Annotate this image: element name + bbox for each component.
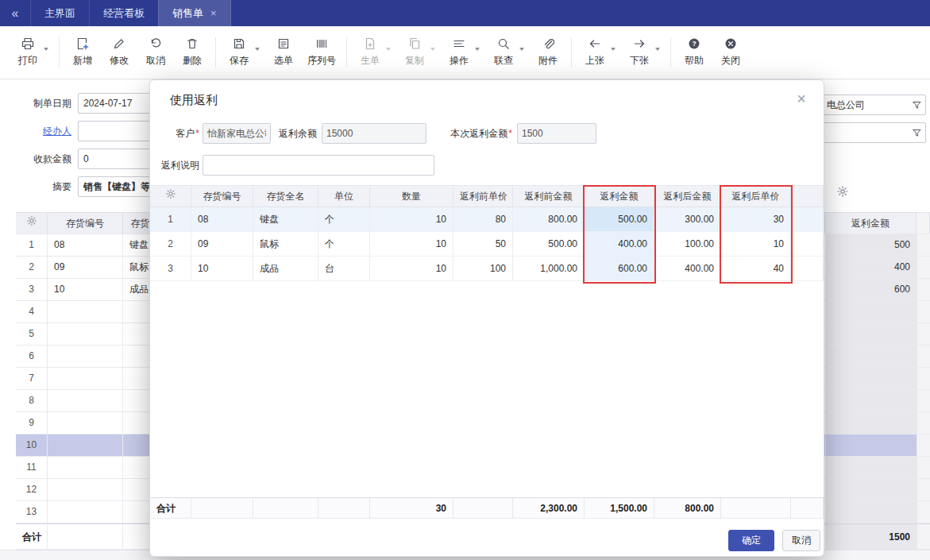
dropdown-caret-icon[interactable] (44, 48, 48, 51)
table-row[interactable]: 108键盘个1080800.00500.00300.0030 (150, 207, 824, 232)
cell-post_amt[interactable]: 400.00 (654, 257, 721, 280)
cell-rebate[interactable] (826, 346, 917, 367)
cell-rebate[interactable] (826, 501, 917, 523)
cell-pre_price[interactable]: 100 (453, 257, 513, 280)
dropdown-caret-icon[interactable] (475, 48, 480, 51)
cell-unit[interactable]: 个 (318, 232, 370, 256)
tab-销售单[interactable]: 销售单× (158, 0, 231, 26)
handler-link[interactable]: 经办人 (19, 121, 71, 141)
cell-code[interactable] (48, 368, 123, 389)
column-header-unit[interactable]: 单位 (318, 186, 370, 207)
tab-close-icon[interactable]: × (210, 8, 217, 18)
cell-num[interactable]: 4 (16, 301, 48, 322)
cell-num[interactable]: 13 (16, 501, 48, 523)
toolbar-button-取消[interactable]: 取消 (137, 35, 174, 70)
column-header-rebate[interactable]: 返利金额 (585, 186, 654, 207)
dropdown-caret-icon[interactable] (386, 48, 391, 51)
tab-主界面[interactable]: 主界面 (30, 0, 89, 26)
cell-rebate[interactable] (826, 457, 917, 478)
cell-num[interactable]: 3 (16, 279, 48, 300)
cell-pre_amt[interactable]: 500.00 (513, 232, 585, 256)
cell-num[interactable]: 7 (16, 368, 48, 389)
column-header-qty[interactable]: 数量 (370, 186, 453, 207)
cell-rebate[interactable]: 500 (826, 234, 917, 256)
dropdown-caret-icon[interactable] (430, 48, 435, 51)
grid-settings-icon[interactable] (16, 213, 48, 234)
cell-code[interactable] (48, 434, 123, 456)
filter-icon[interactable] (912, 128, 922, 138)
cell-num[interactable]: 3 (150, 257, 191, 280)
cell-code[interactable] (48, 390, 123, 411)
cell-code[interactable] (48, 457, 123, 478)
cell-code[interactable]: 10 (48, 279, 123, 300)
cell-num[interactable]: 9 (16, 412, 48, 434)
cell-post_amt[interactable]: 300.00 (654, 207, 721, 231)
cell-code[interactable] (48, 412, 123, 434)
collapse-sidebar-button[interactable]: « (0, 0, 30, 26)
cell-num[interactable]: 11 (16, 457, 48, 478)
column-header-post_price[interactable]: 返利后单价 (721, 186, 791, 207)
toolbar-button-关闭[interactable]: 关闭 (712, 35, 749, 70)
cell-code[interactable]: 09 (191, 232, 253, 256)
cell-post_price[interactable]: 40 (721, 257, 791, 280)
cell-qty[interactable]: 10 (370, 207, 453, 231)
column-header-code[interactable]: 存货编号 (48, 213, 123, 234)
rebate-amount-field-input[interactable] (517, 123, 596, 144)
cell-code[interactable]: 08 (48, 234, 123, 256)
secondary-reference-input[interactable] (823, 122, 926, 143)
column-header-rebate[interactable]: 返利金额 (825, 213, 916, 234)
cell-rebate[interactable]: 400 (826, 257, 917, 278)
cell-rebate[interactable] (826, 434, 917, 456)
cell-num[interactable]: 2 (16, 257, 48, 278)
cell-code[interactable] (48, 479, 123, 500)
toolbar-button-联查[interactable]: 联查 (485, 35, 530, 70)
tab-经营看板[interactable]: 经营看板 (89, 0, 158, 26)
cancel-button[interactable]: 取消 (782, 530, 820, 551)
cell-qty[interactable]: 10 (370, 257, 453, 280)
toolbar-button-帮助[interactable]: ?帮助 (676, 35, 712, 70)
customer-field-input[interactable] (203, 123, 271, 144)
cell-rebate[interactable]: 600.00 (585, 257, 654, 280)
toolbar-button-附件[interactable]: 附件 (530, 35, 566, 70)
cell-num[interactable]: 1 (16, 234, 48, 256)
cell-rebate[interactable]: 600 (826, 279, 917, 300)
cell-post_price[interactable]: 10 (721, 232, 791, 256)
cell-rebate[interactable] (826, 479, 917, 500)
cell-qty[interactable]: 10 (370, 232, 453, 256)
cell-num[interactable]: 1 (150, 207, 191, 231)
toolbar-button-新增[interactable]: 新增 (64, 35, 101, 70)
cell-rebate[interactable]: 500.00 (585, 207, 654, 231)
toolbar-button-保存[interactable]: 保存 (221, 35, 265, 70)
balance-field-input[interactable] (322, 123, 426, 144)
toolbar-button-序列号[interactable]: 序列号 (302, 35, 342, 70)
cell-rebate[interactable]: 400.00 (585, 232, 654, 256)
cell-rebate[interactable] (826, 301, 917, 322)
cell-unit[interactable]: 台 (318, 257, 370, 280)
cell-post_amt[interactable]: 100.00 (654, 232, 721, 256)
toolbar-button-修改[interactable]: 修改 (101, 35, 137, 70)
cell-code[interactable]: 09 (48, 257, 123, 278)
cell-unit[interactable]: 个 (318, 207, 370, 231)
grid-settings-icon[interactable] (836, 185, 849, 198)
cell-pre_amt[interactable]: 1,000.00 (513, 257, 585, 280)
cell-name[interactable]: 鼠标 (253, 232, 318, 256)
cell-num[interactable]: 10 (16, 434, 48, 456)
rebate-note-input[interactable] (203, 155, 434, 176)
cell-name[interactable]: 成品 (253, 257, 318, 280)
cell-code[interactable] (48, 301, 123, 322)
dialog-close-icon[interactable]: × (797, 91, 806, 106)
dropdown-caret-icon[interactable] (655, 48, 660, 51)
column-header-pre_price[interactable]: 返利前单价 (453, 186, 513, 207)
cell-rebate[interactable] (826, 412, 917, 434)
cell-num[interactable]: 12 (16, 479, 48, 500)
customer-input[interactable]: 电总公司 (823, 95, 926, 115)
column-header-name[interactable]: 存货全名 (253, 186, 318, 207)
cell-rebate[interactable] (826, 390, 917, 411)
toolbar-button-删除[interactable]: 删除 (174, 35, 210, 70)
cell-num[interactable]: 6 (16, 346, 48, 367)
cell-pre_price[interactable]: 50 (453, 232, 513, 256)
column-header-pre_amt[interactable]: 返利前金额 (513, 186, 585, 207)
cell-post_price[interactable]: 30 (721, 207, 791, 231)
toolbar-button-下张[interactable]: 下张 (621, 35, 666, 70)
toolbar-button-上张[interactable]: 上张 (577, 35, 621, 70)
